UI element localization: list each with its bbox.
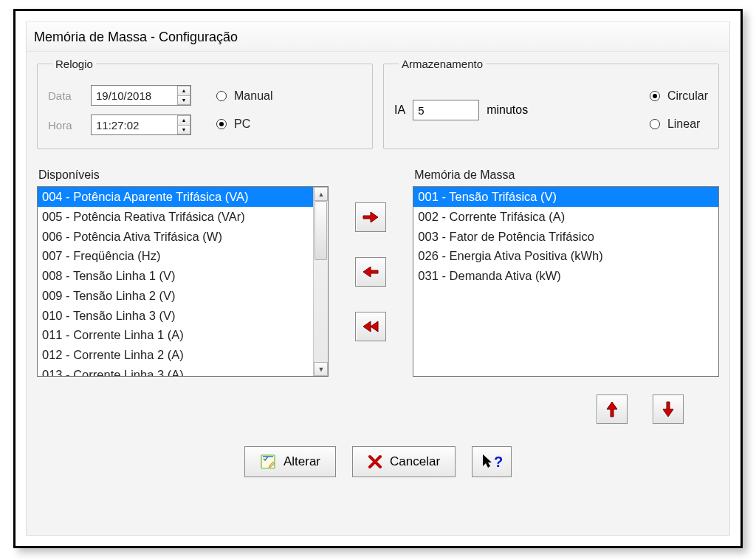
list-item[interactable]: 008 - Tensão Linha 1 (V): [38, 266, 313, 286]
list-item[interactable]: 026 - Energia Ativa Positiva (kWh): [413, 246, 718, 266]
cancel-label: Cancelar: [390, 454, 440, 469]
arrow-up-icon: [605, 400, 619, 418]
ia-label: IA: [394, 103, 405, 117]
radio-circular[interactable]: Circular: [650, 89, 708, 103]
hora-input[interactable]: [92, 115, 177, 134]
hora-label: Hora: [48, 119, 83, 132]
relogio-group: Relogio Data ▲ ▼: [37, 58, 373, 149]
move-up-button[interactable]: [597, 395, 628, 424]
list-item[interactable]: 011 - Corrente Linha 1 (A): [38, 325, 313, 345]
help-button[interactable]: ?: [472, 446, 512, 477]
arrow-left-icon: [362, 265, 379, 279]
move-down-button[interactable]: [653, 395, 684, 424]
window-title: Memória de Massa - Configuração: [27, 22, 729, 52]
list-item[interactable]: 007 - Freqüência (Hz): [38, 246, 313, 266]
list-item[interactable]: 003 - Fator de Potência Trifásico: [413, 227, 718, 247]
remove-button[interactable]: [355, 257, 386, 287]
dialog-window: Memória de Massa - Configuração Relogio …: [26, 21, 730, 536]
list-item[interactable]: 002 - Corrente Trifásica (A): [413, 207, 718, 227]
svg-marker-5: [663, 402, 673, 417]
hora-spin-up[interactable]: ▲: [178, 115, 190, 125]
list-item[interactable]: 004 - Potência Aparente Trifásica (VA): [38, 187, 313, 207]
svg-marker-0: [363, 212, 378, 222]
svg-marker-2: [363, 321, 371, 332]
double-arrow-left-icon: [361, 320, 380, 333]
data-spin-down[interactable]: ▼: [178, 95, 190, 106]
data-spin-up[interactable]: ▲: [178, 86, 190, 95]
data-label: Data: [48, 89, 83, 102]
edit-icon: [260, 454, 276, 470]
scroll-thumb[interactable]: [315, 201, 327, 260]
radio-icon: [650, 91, 660, 101]
available-listbox[interactable]: 004 - Potência Aparente Trifásica (VA)00…: [37, 186, 329, 377]
armaz-legend: Armazenamento: [399, 58, 486, 70]
radio-pc[interactable]: PC: [216, 117, 272, 131]
radio-linear[interactable]: Linear: [650, 117, 708, 131]
list-item[interactable]: 013 - Corrente Linha 3 (A): [38, 365, 313, 376]
list-item[interactable]: 001 - Tensão Trifásica (V): [413, 187, 718, 207]
list-item[interactable]: 006 - Potência Ativa Trifásica (W): [38, 227, 313, 247]
list-item[interactable]: 012 - Corrente Linha 2 (A): [38, 345, 313, 365]
svg-text:?: ?: [494, 454, 502, 470]
ia-unit: minutos: [487, 103, 528, 117]
ia-input[interactable]: [413, 100, 479, 120]
cancel-x-icon: [368, 454, 382, 469]
remove-all-button[interactable]: [355, 312, 386, 341]
available-scrollbar[interactable]: ▲ ▼: [313, 187, 328, 376]
cursor-help-icon: ?: [481, 453, 502, 471]
data-input[interactable]: [92, 86, 177, 105]
memory-label: Memória de Massa: [414, 168, 719, 182]
scroll-down-icon[interactable]: ▼: [314, 362, 328, 376]
list-item[interactable]: 009 - Tensão Linha 2 (V): [38, 286, 313, 306]
radio-manual-label: Manual: [234, 89, 272, 103]
memory-listbox[interactable]: 001 - Tensão Trifásica (V)002 - Corrente…: [413, 186, 719, 377]
arrow-right-icon: [362, 211, 379, 224]
data-spinner[interactable]: ▲ ▼: [91, 85, 191, 106]
radio-pc-label: PC: [234, 117, 250, 131]
list-item[interactable]: 031 - Demanda Ativa (kW): [413, 266, 718, 286]
svg-marker-4: [607, 402, 617, 417]
radio-icon: [216, 119, 227, 129]
hora-spin-down[interactable]: ▼: [178, 125, 190, 135]
arrow-down-icon: [662, 400, 675, 418]
relogio-legend: Relogio: [52, 58, 96, 70]
radio-icon: [216, 91, 227, 101]
svg-marker-1: [363, 267, 378, 277]
hora-spinner[interactable]: ▲ ▼: [91, 115, 191, 135]
cancel-button[interactable]: Cancelar: [352, 446, 456, 477]
available-label: Disponíveis: [38, 168, 329, 182]
armazenamento-group: Armazenamento IA minutos Circular: [383, 58, 719, 149]
alter-button[interactable]: Alterar: [244, 446, 336, 477]
list-item[interactable]: 005 - Potência Reativa Trifásica (VAr): [38, 207, 313, 227]
scroll-up-icon[interactable]: ▲: [314, 187, 328, 201]
svg-marker-7: [483, 454, 492, 468]
svg-marker-3: [371, 321, 378, 332]
radio-icon: [650, 119, 660, 129]
add-button[interactable]: [355, 202, 386, 232]
radio-manual[interactable]: Manual: [216, 89, 272, 103]
list-item[interactable]: 010 - Tensão Linha 3 (V): [38, 306, 313, 326]
alter-label: Alterar: [284, 454, 320, 469]
radio-linear-label: Linear: [667, 117, 700, 131]
radio-circular-label: Circular: [667, 89, 708, 103]
